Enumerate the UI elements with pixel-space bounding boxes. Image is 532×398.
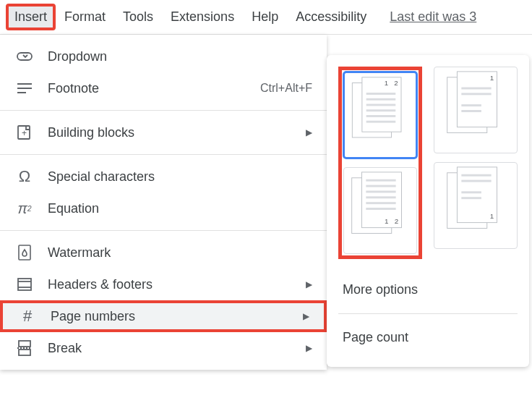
menu-extensions[interactable]: Extensions [162,4,243,30]
svg-rect-21 [366,115,396,117]
item-page-numbers[interactable]: # Page numbers ▶ [0,300,327,332]
menu-label: Insert [14,9,47,24]
svg-rect-29 [366,202,395,204]
svg-rect-3 [17,92,26,93]
svg-rect-26 [366,185,395,187]
svg-rect-45 [461,197,481,199]
item-headers-footers[interactable]: Headers & footers ▶ [0,268,327,300]
svg-rect-30 [366,208,395,210]
svg-text:1: 1 [490,74,494,82]
svg-text:2: 2 [395,217,398,225]
svg-rect-11 [19,350,30,355]
menu-label: Format [64,9,106,24]
separator [0,110,327,111]
svg-text:1: 1 [490,212,494,220]
menu-accessibility[interactable]: Accessibility [287,4,375,30]
footnote-icon [14,78,35,98]
svg-rect-25 [366,179,395,182]
svg-text:1: 1 [385,217,388,225]
pi-icon: π2 [14,198,35,219]
svg-rect-44 [461,191,481,193]
svg-rect-10 [19,341,30,347]
svg-text:2: 2 [394,79,398,87]
separator [338,313,518,314]
menu-tools[interactable]: Tools [114,4,162,30]
menu-label: Tools [123,9,153,24]
item-building-blocks[interactable]: + Building blocks ▶ [0,117,327,148]
watermark-icon [14,242,35,263]
hash-icon: # [17,306,38,326]
menu-label: Help [252,9,278,24]
svg-rect-37 [461,93,491,95]
item-label: Footnote [48,81,260,96]
svg-rect-20 [366,109,396,111]
break-icon [14,338,35,358]
separator [0,154,327,155]
omega-icon: Ω [14,166,35,187]
insert-dropdown: Dropdown Footnote Ctrl+Alt+F + Building … [0,35,327,370]
item-label: Building blocks [48,125,299,140]
item-label: Special characters [48,169,312,185]
menu-help[interactable]: Help [243,4,287,30]
page-numbers-submenu: 1 2 [327,55,529,367]
svg-text:+: + [22,128,27,138]
menu-label: Extensions [171,9,234,24]
last-edit-link[interactable]: Last edit was 3 [390,9,476,25]
svg-rect-18 [366,98,396,101]
svg-rect-1 [17,83,32,85]
chevron-right-icon: ▶ [303,311,309,321]
dropdown-icon [14,46,35,67]
headers-footers-icon [14,274,35,295]
svg-rect-19 [366,104,396,106]
item-label: Dropdown [48,49,312,64]
thumb-header-1[interactable]: 1 [434,67,518,153]
svg-rect-38 [461,104,481,106]
svg-text:1: 1 [385,79,388,87]
svg-rect-39 [461,110,481,112]
svg-rect-28 [366,196,395,198]
thumb-footer-1[interactable]: 1 [434,162,518,249]
page-count[interactable]: Page count [338,320,518,355]
item-equation[interactable]: π2 Equation [0,192,327,224]
item-footnote[interactable]: Footnote Ctrl+Alt+F [0,72,327,104]
thumb-footer-12[interactable]: 1 2 [343,167,417,254]
chevron-right-icon: ▶ [306,127,312,137]
svg-rect-6 [19,245,30,260]
item-label: Watermark [48,245,312,261]
svg-rect-22 [366,121,396,123]
item-label: Break [48,341,299,356]
item-special-characters[interactable]: Ω Special characters [0,161,327,192]
menubar: Insert Format Tools Extensions Help Acce… [0,0,532,35]
menu-label: Accessibility [296,9,366,24]
svg-rect-2 [17,88,32,89]
menu-insert[interactable]: Insert [6,4,56,30]
chevron-right-icon: ▶ [306,279,312,289]
item-label: Page numbers [51,309,296,324]
item-break[interactable]: Break ▶ [0,332,327,364]
item-label: Equation [48,201,312,216]
item-label: Headers & footers [48,277,299,292]
thumb-grid: 1 2 [338,67,518,259]
item-dropdown[interactable]: Dropdown [0,41,327,72]
thumb-col-left: 1 2 [338,67,422,259]
separator [0,230,327,231]
building-blocks-icon: + [14,122,35,143]
menu-format[interactable]: Format [56,4,114,30]
svg-rect-42 [461,174,491,177]
svg-rect-36 [461,88,491,90]
svg-rect-27 [366,190,395,192]
thumb-col-right: 1 1 [434,67,518,259]
chevron-right-icon: ▶ [306,343,312,353]
shortcut: Ctrl+Alt+F [260,82,312,95]
item-watermark[interactable]: Watermark [0,237,327,268]
svg-rect-43 [461,180,491,182]
more-options[interactable]: More options [338,272,518,308]
svg-rect-17 [366,93,396,95]
svg-rect-7 [18,279,31,290]
thumb-header-12[interactable]: 1 2 [343,72,417,158]
